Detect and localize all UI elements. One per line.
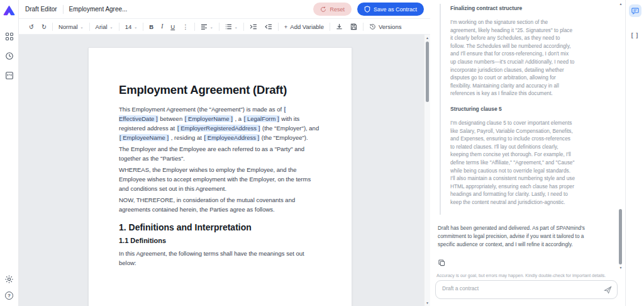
- reset-button[interactable]: Reset: [313, 3, 352, 16]
- font-size-value: 14: [125, 23, 132, 30]
- assistant-scrollbar-thumb[interactable]: [619, 209, 622, 264]
- bold-button[interactable]: B: [145, 22, 157, 31]
- text-run: , a: [233, 115, 243, 122]
- more-formatting-icon[interactable]: ⋮: [179, 22, 192, 31]
- save-button-label: Save as Contract: [374, 6, 417, 13]
- font-size-dropdown[interactable]: 14 ⌄: [121, 22, 142, 31]
- text-run: (the "Employer"), and: [260, 125, 319, 132]
- download-icon[interactable]: [332, 22, 347, 31]
- variables-brackets-icon[interactable]: [ ]: [631, 32, 639, 38]
- thinking-paragraph: I'm working on the signature section of …: [450, 18, 575, 98]
- toolbar-divider: [52, 23, 53, 31]
- list-dropdown[interactable]: ⌄: [221, 23, 242, 31]
- variable-chip-employer-name[interactable]: [ EmployerName ]: [184, 115, 233, 122]
- dashboard-grid-icon[interactable]: [4, 31, 15, 42]
- chat-footer: Accuracy is our goal, but errors may hap…: [430, 272, 625, 306]
- paragraph-style-value: Normal: [58, 23, 78, 30]
- left-rail-nav: [4, 31, 15, 81]
- text-run: (the "Employee").: [260, 134, 308, 141]
- chat-bubble-icon[interactable]: [629, 4, 641, 17]
- assistant-final-message: Draft has been generated and delivered. …: [438, 224, 596, 248]
- version-history-icon: [369, 23, 376, 30]
- toolbar-divider: [194, 23, 195, 31]
- font-family-value: Arial: [96, 23, 108, 30]
- toolbar-divider: [89, 23, 90, 31]
- copy-icon[interactable]: [438, 259, 445, 266]
- shield-icon: [364, 6, 370, 13]
- save-file-icon[interactable]: [347, 22, 361, 31]
- settings-gear-icon[interactable]: [4, 273, 15, 285]
- help-icon[interactable]: ?: [5, 292, 13, 300]
- scroll-down-arrow[interactable]: ▼: [425, 300, 430, 306]
- font-family-dropdown[interactable]: Arial ⌄: [92, 22, 117, 31]
- toolbar-divider: [363, 23, 364, 31]
- toolbar-divider: [219, 23, 219, 31]
- left-rail: ?: [0, 0, 19, 306]
- chat-input[interactable]: [437, 281, 594, 295]
- assistant-panel: Finalizing contract structure I'm workin…: [430, 0, 625, 306]
- send-icon[interactable]: [603, 286, 612, 295]
- document-heading-definitions: 1. Definitions and Interpretation: [119, 222, 321, 232]
- chevron-down-icon: ⌄: [110, 25, 113, 29]
- italic-button[interactable]: I: [157, 22, 167, 31]
- undo-icon[interactable]: ↺: [25, 22, 38, 31]
- variable-chip-employee-name[interactable]: [ EmployeeName ]: [119, 134, 169, 141]
- align-dropdown[interactable]: ⌄: [197, 23, 217, 31]
- chevron-down-icon: ⌄: [235, 25, 238, 29]
- editor-scrollbar-thumb[interactable]: [426, 42, 429, 102]
- add-variable-button[interactable]: + Add Variable: [280, 22, 328, 31]
- toolbar-divider: [119, 23, 119, 31]
- toolbar-divider: [243, 23, 244, 31]
- versions-button[interactable]: Versions: [365, 22, 405, 31]
- scroll-up-arrow[interactable]: ▲: [425, 35, 430, 41]
- document-tab[interactable]: Employment Agree...: [69, 6, 128, 13]
- scroll-down-arrow[interactable]: ▼: [618, 264, 623, 271]
- main-column: Draft Editor Employment Agree... Reset: [19, 0, 430, 306]
- app-title: Draft Editor: [25, 6, 57, 13]
- variable-chip-employer-registered-address[interactable]: [ EmployerRegisteredAddress ]: [177, 125, 260, 132]
- template-document-icon[interactable]: [4, 70, 15, 81]
- add-variable-label: Add Variable: [290, 23, 324, 30]
- indent-icon[interactable]: [246, 23, 261, 31]
- thinking-heading: Finalizing contract structure: [450, 5, 613, 11]
- app-logo-icon: [3, 5, 15, 16]
- app-root: ? Draft Editor Employment Agree... Reset: [0, 0, 644, 306]
- toolbar-divider: [143, 23, 143, 31]
- save-as-contract-button[interactable]: Save as Contract: [357, 3, 424, 16]
- document-paragraph-definitions-intro: In this Agreement, the following terms s…: [119, 249, 321, 268]
- document-paragraph-whereas: WHEREAS, the Employer wishes to employ t…: [119, 165, 321, 193]
- text-run: This Employment Agreement (the "Agreemen…: [119, 106, 284, 113]
- document-page[interactable]: Employment Agreement (Draft) This Employ…: [88, 47, 352, 306]
- assistant-scrollbar[interactable]: ▲ ▼: [618, 0, 623, 272]
- document-title: Employment Agreement (Draft): [119, 83, 321, 97]
- bulleted-list-icon: [225, 24, 232, 30]
- reset-button-label: Reset: [330, 6, 345, 13]
- outdent-icon[interactable]: [261, 23, 276, 31]
- editor-scrollbar[interactable]: ▲ ▼: [424, 35, 430, 306]
- chevron-down-icon: ⌄: [134, 25, 137, 29]
- document-paragraph-now-therefore: NOW, THEREFORE, in consideration of the …: [119, 195, 321, 214]
- scroll-up-arrow[interactable]: ▲: [618, 1, 623, 7]
- history-clock-icon[interactable]: [4, 50, 15, 62]
- document-paragraph-intro: This Employment Agreement (the "Agreemen…: [119, 105, 321, 142]
- left-rail-bottom: ?: [4, 273, 15, 300]
- right-rail: [ ]: [625, 0, 644, 306]
- underline-button[interactable]: U: [167, 22, 179, 31]
- chevron-down-icon: ⌄: [80, 25, 84, 29]
- toolbar-divider: [278, 23, 279, 31]
- redo-icon[interactable]: ↻: [38, 22, 50, 31]
- assistant-thinking-block: Finalizing contract structure I'm workin…: [440, 4, 613, 215]
- paragraph-style-dropdown[interactable]: Normal ⌄: [55, 22, 87, 31]
- text-run: between: [158, 115, 184, 122]
- thinking-heading: Structuring clause 5: [450, 106, 613, 112]
- document-subheading-definitions: 1.1 Definitions: [119, 237, 321, 244]
- align-left-icon: [201, 24, 208, 30]
- top-header: Draft Editor Employment Agree... Reset: [19, 0, 430, 19]
- document-paragraph-parties: The Employer and the Employee are each r…: [119, 144, 321, 163]
- variable-chip-legal-form[interactable]: [ LegalForm ]: [243, 115, 280, 122]
- variable-chip-employee-address[interactable]: [ EmployeeAddress ]: [204, 134, 260, 141]
- tab-separator: [63, 5, 64, 14]
- text-run: , residing at: [169, 134, 203, 141]
- chat-input-box[interactable]: [435, 280, 618, 299]
- assistant-messages: Finalizing contract structure I'm workin…: [430, 0, 625, 272]
